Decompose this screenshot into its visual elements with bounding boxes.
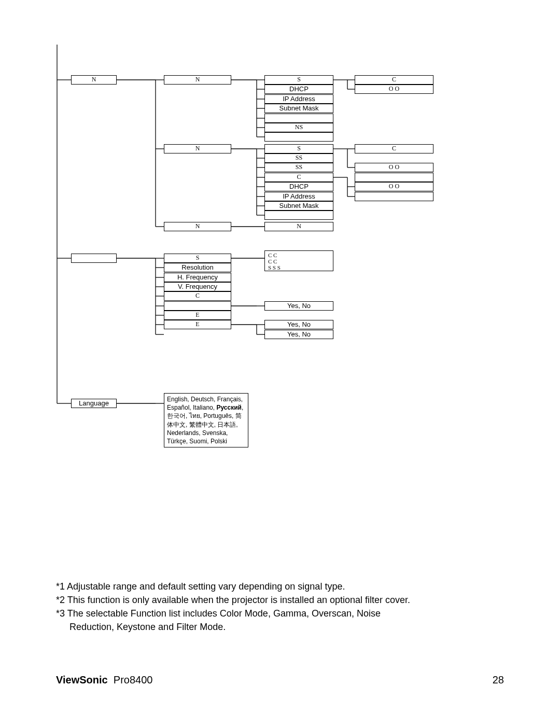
footnote-3a: *3 The selectable Function list includes… xyxy=(56,607,507,620)
col2-n3: N xyxy=(164,222,231,231)
c4-oo3: O O xyxy=(355,182,433,191)
footer-brand: ViewSonic xyxy=(56,674,108,685)
col2-s: S xyxy=(164,254,231,263)
diagram-lines xyxy=(0,0,560,467)
col2-n2: N xyxy=(164,144,231,153)
c3-subnet2: Subnet Mask xyxy=(264,201,333,211)
c3-empty3 xyxy=(264,211,333,220)
footnote-3b: Reduction, Keystone and Filter Mode. xyxy=(56,620,507,634)
c3-ns: NS xyxy=(264,123,333,132)
c3-empty2 xyxy=(264,132,333,142)
c4-oo1: O O xyxy=(355,85,433,94)
c3-subnet: Subnet Mask xyxy=(264,104,333,113)
c4-empty xyxy=(355,173,433,182)
col2-resolution: Resolution xyxy=(164,263,231,272)
c3-yn3: Yes, No xyxy=(264,330,333,339)
c3-s2: S xyxy=(264,144,333,153)
col2-hfreq: H. Frequency xyxy=(164,273,231,282)
c4-empty2 xyxy=(355,192,433,201)
c3-ccbox: C C C C S S S xyxy=(264,250,333,271)
c4-c1: C xyxy=(355,75,433,85)
c3-ss1: SS xyxy=(264,153,333,163)
footer-page: 28 xyxy=(493,674,504,686)
c4-oo2: O O xyxy=(355,163,433,172)
language-list: English, Deutsch, Français, Español, Ita… xyxy=(164,393,248,447)
col2-c: C xyxy=(164,291,231,301)
footnotes: *1 Adjustable range and default setting … xyxy=(56,580,507,634)
c3-ss2: SS xyxy=(264,163,333,172)
c3-empty1 xyxy=(264,114,333,123)
c3-yn1: Yes, No xyxy=(264,301,333,311)
footnote-1: *1 Adjustable range and default setting … xyxy=(56,580,507,593)
c3-n: N xyxy=(264,222,333,231)
c3-s1: S xyxy=(264,75,333,85)
col1-language: Language xyxy=(71,399,117,408)
c3-ip2: IP Address xyxy=(264,192,333,201)
col2-n1: N xyxy=(164,75,231,85)
col2-e2: E xyxy=(164,320,231,329)
col1-empty xyxy=(71,254,117,263)
c3-dhcp2: DHCP xyxy=(264,182,333,191)
footer-model: Pro8400 xyxy=(114,674,153,685)
c3-dhcp: DHCP xyxy=(264,85,333,94)
c3-cc1: C C xyxy=(268,252,330,258)
footnote-2: *2 This function is only available when … xyxy=(56,593,507,607)
col1-n: N xyxy=(71,75,117,85)
c4-c2: C xyxy=(355,144,433,153)
col2-vfreq: V. Frequency xyxy=(164,282,231,291)
c3-cc2: C C xyxy=(268,258,330,264)
c3-sss: S S S xyxy=(268,264,330,271)
c3-c: C xyxy=(264,173,333,182)
col2-e1: E xyxy=(164,311,231,320)
c3-ip: IP Address xyxy=(264,94,333,104)
c3-yn2: Yes, No xyxy=(264,320,333,329)
footer-left: ViewSonic Pro8400 xyxy=(56,674,152,686)
col2-empty1 xyxy=(164,301,231,311)
